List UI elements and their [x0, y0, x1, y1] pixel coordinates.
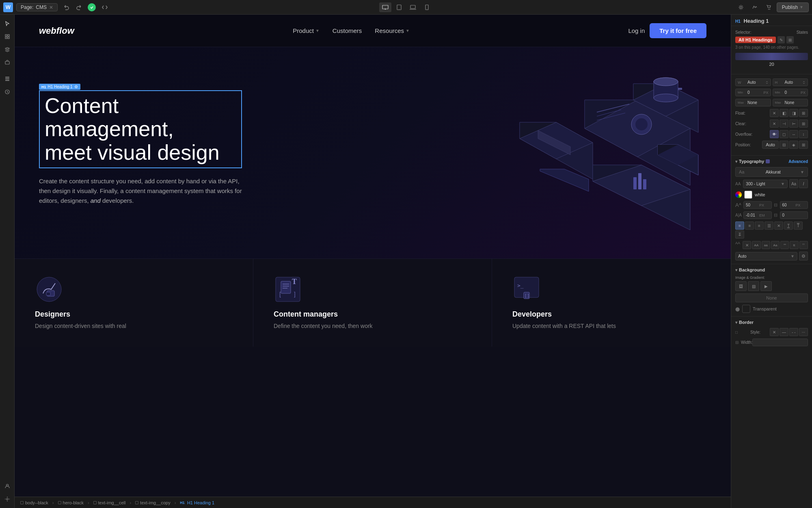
- text-decoration-underline-button[interactable]: T: [784, 221, 793, 230]
- typography-collapse-icon[interactable]: ▾: [735, 159, 737, 164]
- laptop-view-button[interactable]: [407, 2, 419, 12]
- align-justify-button[interactable]: ☰: [764, 221, 773, 230]
- font-weight-selector[interactable]: 300 - Light ▼: [743, 180, 788, 188]
- mobile-view-button[interactable]: [421, 2, 433, 12]
- breadcrumb-text-img-copy[interactable]: text-img__copy: [133, 499, 173, 506]
- border-style-solid-button[interactable]: —: [780, 328, 788, 336]
- text-decoration-none-button[interactable]: ✕: [774, 221, 783, 230]
- text-wrap-option-button[interactable]: ⚙: [799, 252, 808, 261]
- background-collapse-icon[interactable]: ▾: [735, 268, 737, 272]
- desktop-view-button[interactable]: [379, 2, 391, 12]
- position-type-2[interactable]: ◈: [789, 141, 798, 149]
- bg-color-swatch[interactable]: [742, 305, 750, 313]
- settings-button[interactable]: [735, 2, 747, 13]
- clear-both-button[interactable]: ⊞: [799, 119, 808, 128]
- selector-edit-button[interactable]: ✎: [777, 36, 785, 43]
- text-transform-none-button[interactable]: ✕: [743, 241, 751, 249]
- breadcrumb-text-img-cell[interactable]: text-img__cell: [91, 499, 128, 506]
- publish-button[interactable]: Publish ▼: [777, 2, 809, 12]
- text-transform-smallcaps-button[interactable]: ᴬᴬ: [780, 241, 789, 249]
- line-height-input[interactable]: 60 PX: [780, 201, 808, 209]
- breadcrumb-body-black[interactable]: body--black: [18, 499, 51, 506]
- border-width-value[interactable]: [755, 340, 767, 345]
- sidebar-settings-icon[interactable]: [2, 493, 13, 505]
- overflow-scroll-y-button[interactable]: ↕: [799, 130, 808, 138]
- ecommerce-button[interactable]: [763, 2, 774, 13]
- text-wrap-selector[interactable]: Auto ▼: [735, 252, 797, 261]
- tablet-view-button[interactable]: [393, 2, 405, 12]
- border-width-input[interactable]: [752, 339, 808, 346]
- redo-button[interactable]: [73, 2, 84, 13]
- border-style-dashed-button[interactable]: - -: [789, 328, 798, 336]
- float-both-button[interactable]: ⊞: [799, 109, 808, 117]
- undo-button[interactable]: [61, 2, 72, 13]
- position-type-1[interactable]: ⊟: [780, 141, 788, 149]
- align-center-button[interactable]: ≡: [745, 221, 754, 230]
- bg-video-button[interactable]: ▶: [760, 281, 772, 291]
- text-decoration-overline-button[interactable]: T: [794, 221, 803, 230]
- text-transform-sup-button[interactable]: ᵀᵀ: [799, 241, 808, 249]
- sidebar-user-icon[interactable]: [2, 480, 13, 492]
- font-size-input[interactable]: 50 PX: [743, 201, 772, 209]
- text-decoration-linethrough-button[interactable]: T: [735, 230, 744, 239]
- try-free-button[interactable]: Try it for free: [650, 23, 706, 38]
- font-normal-button[interactable]: Aa: [789, 179, 798, 188]
- border-style-none-button[interactable]: ✕: [770, 328, 779, 336]
- text-transform-sub-button[interactable]: tt: [790, 241, 798, 249]
- clear-left-button[interactable]: ⊣: [780, 119, 788, 128]
- border-style-dotted-button[interactable]: ···: [799, 328, 808, 336]
- max-width-field[interactable]: Max None: [735, 99, 771, 106]
- bg-gradient-button[interactable]: ▨: [748, 281, 759, 291]
- font-selector[interactable]: Aa Akkurat ▼: [735, 167, 808, 177]
- min-width-field[interactable]: Min 0 PX: [735, 89, 771, 96]
- float-left-button[interactable]: ◧: [780, 109, 788, 117]
- float-right-button[interactable]: ◨: [789, 109, 798, 117]
- breadcrumb-h1-heading[interactable]: H1 H1 Heading 1: [177, 499, 217, 506]
- width-field[interactable]: W Auto: [735, 78, 771, 86]
- word-spacing-value[interactable]: 0: [782, 213, 795, 217]
- overflow-scroll-x-button[interactable]: ↔: [789, 130, 798, 138]
- nav-link-product[interactable]: Product ▼: [293, 27, 320, 34]
- float-none-button[interactable]: ✕: [770, 109, 779, 117]
- overflow-visible-button[interactable]: 👁: [770, 130, 779, 138]
- nav-link-customers[interactable]: Customers: [333, 27, 362, 34]
- overflow-hidden-button[interactable]: ◻: [780, 130, 788, 138]
- login-link[interactable]: Log in: [628, 27, 645, 34]
- selector-badge[interactable]: All H1 Headings: [735, 37, 776, 43]
- sidebar-assets-icon[interactable]: [2, 57, 13, 68]
- settings-gear-icon[interactable]: ⚙: [74, 85, 78, 89]
- page-tab[interactable]: Page: CMS: [16, 3, 58, 11]
- webflow-logo-icon[interactable]: W: [3, 2, 13, 12]
- position-value[interactable]: Auto: [762, 141, 779, 149]
- interactions-button[interactable]: [749, 2, 760, 13]
- code-view-button[interactable]: [99, 2, 110, 13]
- sidebar-add-icon[interactable]: [2, 31, 13, 42]
- align-left-button[interactable]: ≡: [735, 221, 744, 230]
- letter-spacing-value[interactable]: -0.01: [746, 213, 758, 217]
- text-transform-lower-button[interactable]: aa: [762, 241, 770, 249]
- font-size-value[interactable]: 50: [746, 203, 758, 207]
- sidebar-ecomm-icon[interactable]: [2, 86, 13, 98]
- min-height-field[interactable]: Min 0 PX: [773, 89, 808, 96]
- clear-none-button[interactable]: ✕: [770, 119, 779, 128]
- typography-advanced-link[interactable]: Advanced: [788, 159, 808, 164]
- hero-heading-wrapper[interactable]: H1 H1 Heading 1 ⚙ Content management,mee…: [39, 90, 242, 168]
- nav-link-resources[interactable]: Resources ▼: [375, 27, 410, 34]
- text-transform-upper-button[interactable]: AA: [752, 241, 760, 249]
- sidebar-pointer-icon[interactable]: [2, 18, 13, 29]
- text-transform-capitalize-button[interactable]: Aa: [771, 241, 780, 249]
- font-italic-button[interactable]: I: [799, 179, 808, 188]
- bg-image-button[interactable]: 🖼: [735, 281, 747, 291]
- word-spacing-input[interactable]: 0: [780, 211, 808, 219]
- line-height-value[interactable]: 60: [782, 203, 795, 207]
- letter-spacing-input[interactable]: -0.01 EM: [743, 211, 772, 219]
- sidebar-layers-icon[interactable]: [2, 44, 13, 55]
- breadcrumb-hero-black[interactable]: hero-black: [56, 499, 86, 506]
- height-field[interactable]: H Auto: [773, 78, 808, 86]
- color-swatch[interactable]: [744, 191, 752, 199]
- position-type-3[interactable]: ⊞: [799, 141, 808, 149]
- selector-expand-button[interactable]: ⊞: [786, 36, 794, 43]
- spacing-slider-track[interactable]: [735, 53, 808, 60]
- clear-right-button[interactable]: ⊢: [789, 119, 798, 128]
- sidebar-cms-icon[interactable]: [2, 73, 13, 85]
